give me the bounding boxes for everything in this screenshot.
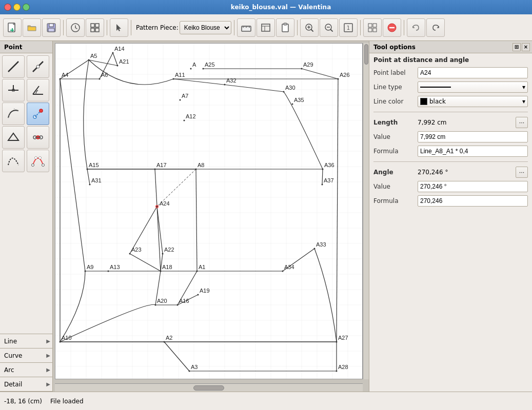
zoom-out-button[interactable] bbox=[320, 18, 338, 37]
status-text: File loaded bbox=[50, 398, 84, 405]
new-button[interactable] bbox=[3, 18, 22, 37]
scrollbar-vertical[interactable] bbox=[363, 43, 369, 379]
length-display-value: 7,992 cm bbox=[418, 119, 513, 126]
point-label-input[interactable] bbox=[418, 67, 528, 78]
line-type-select[interactable]: ▾ bbox=[418, 81, 528, 93]
panel-close-button[interactable]: × bbox=[522, 43, 530, 51]
line-color-label: Line color bbox=[373, 98, 415, 105]
tool-angle[interactable] bbox=[27, 79, 49, 101]
angle-value-label: Value bbox=[373, 183, 415, 190]
color-swatch bbox=[420, 98, 427, 105]
svg-rect-19 bbox=[368, 28, 372, 32]
window-controls[interactable] bbox=[4, 4, 30, 11]
titlebar: keiko_blouse.val — Valentina bbox=[0, 0, 532, 14]
angle-display-value: 270,246 ° bbox=[418, 169, 513, 176]
angle-value-row: Value bbox=[369, 179, 532, 194]
line-type-arrow: ▾ bbox=[522, 84, 525, 91]
tab-line-arrow: ▶ bbox=[46, 338, 50, 344]
line-type-display bbox=[420, 87, 451, 88]
color-value: black bbox=[429, 98, 446, 105]
length-display-row: Length 7,992 cm ··· bbox=[369, 115, 532, 130]
history-button[interactable] bbox=[66, 18, 85, 37]
tool-line-angle[interactable] bbox=[27, 55, 49, 78]
clipboard-button[interactable] bbox=[276, 18, 294, 37]
undo-button[interactable] bbox=[407, 18, 425, 37]
tool-grid bbox=[0, 53, 52, 174]
svg-rect-18 bbox=[373, 24, 377, 27]
tool-curve[interactable] bbox=[2, 102, 25, 125]
right-panel: Tool options ⊞ × Point at distance and a… bbox=[369, 41, 532, 392]
table-button[interactable] bbox=[257, 18, 275, 37]
separator-7 bbox=[404, 20, 404, 35]
svg-rect-17 bbox=[368, 24, 372, 27]
delete-button[interactable] bbox=[383, 18, 401, 37]
pattern-piece-select[interactable]: Keiko Blouse bbox=[180, 21, 231, 34]
tool-spline-path[interactable] bbox=[27, 150, 49, 172]
select-tool-button[interactable] bbox=[110, 18, 128, 37]
statusbar: -18, 16 (cm) File loaded bbox=[0, 392, 532, 410]
divider-2 bbox=[373, 161, 528, 162]
length-value-row: Value bbox=[369, 130, 532, 144]
line-color-row: Line color black ▾ bbox=[369, 94, 532, 109]
svg-text:1: 1 bbox=[347, 25, 350, 31]
tab-arc[interactable]: Arc ▶ bbox=[0, 363, 52, 377]
tool-perpendicular[interactable] bbox=[2, 79, 25, 101]
svg-rect-6 bbox=[95, 24, 99, 27]
length-formula-input[interactable] bbox=[418, 146, 528, 157]
separator-2 bbox=[107, 20, 107, 35]
open-button[interactable] bbox=[23, 18, 41, 37]
minimize-button[interactable] bbox=[13, 4, 21, 11]
pattern-piece-label: Pattern Piece: bbox=[136, 24, 179, 31]
save-button[interactable] bbox=[42, 18, 61, 37]
canvas-area[interactable] bbox=[53, 41, 369, 392]
grid-button[interactable] bbox=[363, 18, 382, 37]
svg-line-22 bbox=[8, 61, 18, 72]
layout-button[interactable] bbox=[86, 18, 104, 37]
tab-detail[interactable]: Detail ▶ bbox=[0, 377, 52, 392]
svg-point-42 bbox=[39, 157, 42, 159]
maximize-button[interactable] bbox=[23, 4, 30, 11]
tool-line[interactable] bbox=[2, 55, 25, 78]
right-panel-header-title: Tool options bbox=[373, 44, 416, 51]
scrollbar-horizontal-thumb[interactable] bbox=[193, 385, 224, 391]
angle-formula-label: Formula bbox=[373, 197, 415, 204]
line-type-label: Line type bbox=[373, 84, 415, 91]
status-coords: -18, 16 (cm) bbox=[4, 398, 42, 405]
angle-value-input[interactable] bbox=[418, 181, 528, 192]
line-color-select[interactable]: black ▾ bbox=[418, 96, 528, 107]
angle-formula-row: Formula bbox=[369, 194, 532, 208]
length-value-input[interactable] bbox=[418, 131, 528, 142]
svg-rect-20 bbox=[373, 28, 377, 32]
length-more-button[interactable]: ··· bbox=[516, 117, 528, 128]
tool-point-distance-angle[interactable] bbox=[27, 102, 49, 125]
length-value-label: Value bbox=[373, 133, 415, 140]
close-button[interactable] bbox=[4, 4, 11, 11]
zoom-in-button[interactable] bbox=[300, 18, 319, 37]
svg-rect-12 bbox=[284, 23, 287, 25]
separator-5 bbox=[297, 20, 298, 35]
length-label: Length bbox=[373, 119, 415, 126]
tool-point-mid[interactable] bbox=[27, 126, 49, 149]
angle-formula-input[interactable] bbox=[418, 195, 528, 207]
angle-label: Angle bbox=[373, 169, 415, 176]
tab-line[interactable]: Line ▶ bbox=[0, 334, 52, 348]
scrollbar-vertical-thumb[interactable] bbox=[364, 44, 368, 65]
separator-6 bbox=[360, 20, 361, 35]
separator-4 bbox=[234, 20, 234, 35]
angle-more-button[interactable]: ··· bbox=[516, 167, 528, 178]
scrollbar-horizontal[interactable] bbox=[55, 383, 363, 392]
svg-rect-7 bbox=[91, 28, 94, 32]
svg-rect-8 bbox=[95, 28, 99, 32]
zoom-reset-button[interactable]: 1 bbox=[339, 18, 358, 37]
tool-triangle[interactable] bbox=[2, 126, 25, 149]
panel-float-button[interactable]: ⊞ bbox=[513, 43, 521, 51]
svg-rect-3 bbox=[48, 28, 54, 32]
canvas-inner[interactable] bbox=[55, 43, 363, 379]
tool-spline[interactable] bbox=[2, 150, 25, 172]
tab-detail-arrow: ▶ bbox=[46, 381, 50, 387]
tab-curve[interactable]: Curve ▶ bbox=[0, 348, 52, 363]
pattern-canvas[interactable] bbox=[55, 44, 362, 379]
svg-rect-10 bbox=[262, 24, 270, 31]
redo-button[interactable] bbox=[426, 18, 445, 37]
measurements-button[interactable] bbox=[237, 18, 255, 37]
